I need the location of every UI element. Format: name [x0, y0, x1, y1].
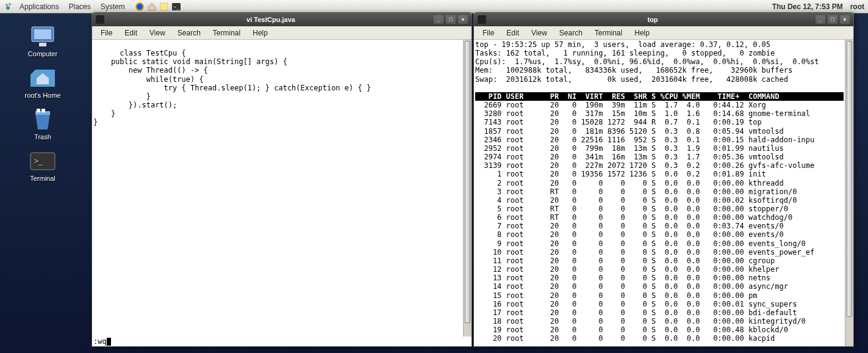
cursor	[107, 338, 111, 346]
menu-edit[interactable]: Edit	[500, 27, 525, 38]
top-process-row: 2 root 20 0 0 0 0 S 0.0 0.0 0:00.00 kthr…	[475, 179, 844, 187]
monitor-icon	[28, 24, 57, 49]
top-process-row: 3139 root 20 0 227m 2072 1720 S 0.3 0.2 …	[475, 161, 844, 170]
svg-point-1	[9, 3, 11, 5]
menu-help[interactable]: Help	[628, 27, 656, 38]
desktop-icon-home[interactable]: root's Home	[12, 66, 73, 99]
menu-terminal[interactable]: Terminal	[207, 27, 246, 38]
menu-edit[interactable]: Edit	[118, 27, 143, 38]
svg-rect-12	[41, 109, 45, 112]
svg-point-2	[6, 6, 10, 10]
top-summary-line: Swap: 2031612k total, 0k used, 2031604k …	[475, 75, 844, 84]
svg-point-4	[137, 4, 143, 10]
gnome-top-panel: Applications Places System >_ Thu Dec 12…	[0, 0, 868, 13]
menubar: File Edit View Search Terminal Help	[474, 26, 853, 40]
top-process-row: 16 root 20 0 0 0 0 S 0.0 0.0 0:00.01 syn…	[475, 300, 844, 308]
top-process-row: 7143 root 20 0 15028 1272 944 R 0.7 0.1 …	[475, 118, 844, 126]
window-title: top	[490, 16, 816, 23]
terminal-window-vi: vi TestCpu.java _ □ × File Edit View Sea…	[91, 12, 472, 347]
desktop-icon-label: root's Home	[25, 92, 61, 99]
desktop-icon-trash[interactable]: Trash	[12, 107, 73, 140]
top-process-row: 1857 root 20 0 181m 8396 5120 S 0.3 0.8 …	[475, 127, 844, 136]
scrollbar[interactable]	[845, 40, 853, 346]
menu-terminal[interactable]: Terminal	[589, 27, 628, 38]
top-process-row: 5 root RT 0 0 0 0 S 0.0 0.0 0:00.00 stop…	[475, 205, 844, 213]
top-process-row: 4 root 20 0 0 0 0 S 0.0 0.0 0:00.02 ksof…	[475, 196, 844, 205]
terminal-app-icon	[96, 15, 104, 24]
top-process-row: 11 root 20 0 0 0 0 S 0.0 0.0 0:00.00 cgr…	[475, 257, 844, 265]
menu-places[interactable]: Places	[65, 1, 95, 12]
svg-rect-5	[160, 3, 168, 10]
top-header-row: PID USER PR NI VIRT RES SHR S %CPU %MEM …	[475, 92, 844, 101]
top-process-row: 9 root 20 0 0 0 0 S 0.0 0.0 0:00.00 even…	[475, 239, 844, 248]
top-process-row: 17 root 20 0 0 0 0 S 0.0 0.0 0:00.00 bdi…	[475, 308, 844, 317]
menubar: File Edit View Search Terminal Help	[92, 26, 472, 40]
titlebar[interactable]: top _ □ ×	[474, 13, 853, 26]
close-button[interactable]: ×	[458, 15, 468, 24]
top-process-row: 13 root 20 0 0 0 0 S 0.0 0.0 0:00.00 net…	[475, 274, 844, 282]
menu-help[interactable]: Help	[246, 27, 274, 38]
top-process-row: 3 root RT 0 0 0 0 S 0.0 0.0 0:00.00 migr…	[475, 187, 844, 196]
terminal-window-top: top _ □ × File Edit View Search Terminal…	[473, 12, 854, 347]
clock[interactable]: Thu Dec 12, 7:53 PM	[772, 2, 843, 11]
top-summary-line: Cpu(s): 1.7%us, 1.7%sy, 0.0%ni, 96.6%id,…	[475, 57, 844, 66]
home-icon[interactable]	[147, 2, 157, 12]
top-process-row: 7 root 20 0 0 0 0 S 0.0 0.0 0:03.74 even…	[475, 222, 844, 230]
top-summary-line: top - 19:53:25 up 57 min, 3 users, load …	[475, 40, 844, 49]
terminal-panel-icon[interactable]: >_	[171, 2, 181, 12]
minimize-button[interactable]: _	[434, 15, 443, 24]
top-process-row: 18 root 20 0 0 0 0 S 0.0 0.0 0:00.00 kin…	[475, 317, 844, 326]
menu-applications[interactable]: Applications	[16, 1, 63, 12]
close-button[interactable]: ×	[840, 15, 850, 24]
scrollbar-thumb[interactable]	[847, 41, 852, 317]
scrollbar-thumb[interactable]	[465, 41, 470, 323]
scrollbar[interactable]	[463, 40, 472, 337]
top-process-row: 2952 root 20 0 799m 18m 13m S 0.3 1.9 0:…	[475, 144, 844, 153]
top-process-row: 2669 root 20 0 190m 39m 11m S 1.7 4.0 0:…	[475, 101, 844, 109]
blank-line	[475, 84, 844, 92]
window-title: vi TestCpu.java	[108, 16, 434, 23]
gnome-footprint-icon	[4, 2, 13, 12]
desktop-icon-label: Computer	[28, 50, 57, 57]
terminal-app-icon	[478, 15, 486, 24]
svg-text:>_: >_	[34, 157, 43, 166]
desktop-icon-label: Terminal	[30, 175, 56, 182]
top-process-row: 15 root 20 0 0 0 0 S 0.0 0.0 0:00.00 pm	[475, 291, 844, 300]
top-process-row: 3280 root 20 0 317m 15m 10m S 1.0 1.6 0:…	[475, 109, 844, 118]
maximize-button[interactable]: □	[828, 15, 838, 24]
top-process-row: 20 root 20 0 0 0 0 S 0.0 0.0 0:00.00 kac…	[475, 334, 844, 343]
desktop-icon-computer[interactable]: Computer	[12, 24, 73, 57]
minimize-button[interactable]: _	[816, 15, 825, 24]
menu-search[interactable]: Search	[553, 27, 589, 38]
menu-view[interactable]: View	[525, 27, 553, 38]
top-process-row: 12 root 20 0 0 0 0 S 0.0 0.0 0:00.00 khe…	[475, 265, 844, 274]
top-process-row: 8 root 20 0 0 0 0 S 0.0 0.0 0:00.00 even…	[475, 230, 844, 239]
menu-file[interactable]: File	[95, 27, 118, 38]
svg-rect-11	[37, 109, 40, 112]
top-process-row: 14 root 20 0 0 0 0 S 0.0 0.0 0:00.00 asy…	[475, 282, 844, 291]
vi-status-line: :wq	[92, 337, 472, 346]
top-summary-line: Tasks: 162 total, 1 running, 161 sleepin…	[475, 49, 844, 57]
terminal-body[interactable]: top - 19:53:25 up 57 min, 3 users, load …	[474, 40, 853, 346]
top-process-row: 19 root 20 0 0 0 0 S 0.0 0.0 0:00.48 kbl…	[475, 326, 844, 334]
svg-point-0	[5, 4, 8, 6]
terminal-body[interactable]: class TestCpu { public static void main(…	[92, 40, 472, 337]
desktop-icon-terminal[interactable]: >_ Terminal	[12, 149, 73, 182]
titlebar[interactable]: vi TestCpu.java _ □ ×	[92, 13, 472, 26]
firefox-icon[interactable]	[135, 2, 145, 12]
user-label[interactable]: root	[850, 2, 864, 11]
vi-command: :wq	[93, 337, 107, 346]
vi-code: class TestCpu { public static void main(…	[93, 49, 371, 126]
svg-rect-9	[34, 29, 51, 39]
menu-view[interactable]: View	[143, 27, 171, 38]
menu-file[interactable]: File	[476, 27, 500, 38]
maximize-button[interactable]: □	[446, 15, 456, 24]
menu-search[interactable]: Search	[171, 27, 207, 38]
top-process-row: 2974 root 20 0 341m 16m 13m S 0.3 1.7 0:…	[475, 153, 844, 161]
folder-home-icon	[28, 66, 57, 90]
trash-icon	[28, 107, 57, 132]
note-icon[interactable]	[159, 2, 169, 12]
menu-system[interactable]: System	[97, 1, 129, 12]
desktop-icons: Computer root's Home Trash >_ Terminal	[12, 24, 73, 182]
desktop-icon-label: Trash	[34, 133, 51, 140]
